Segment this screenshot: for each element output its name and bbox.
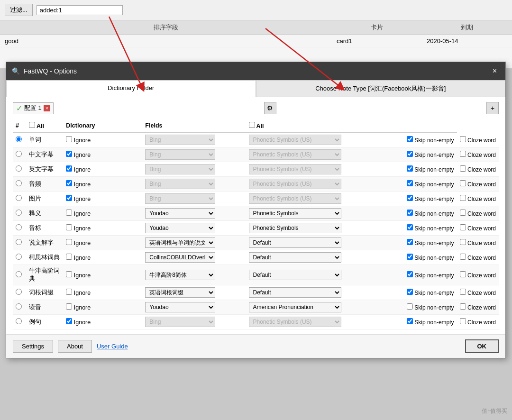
- dict-select-1[interactable]: Bing: [145, 149, 215, 160]
- skip-cb-12[interactable]: [407, 318, 413, 324]
- skip-cb-5[interactable]: [407, 210, 413, 216]
- row-radio-11[interactable]: [16, 303, 22, 310]
- tab-dictionary-folder[interactable]: Dictionary Folder: [6, 80, 256, 97]
- cloze-cb-2[interactable]: [460, 165, 466, 172]
- td-field-8[interactable]: Default: [246, 250, 344, 265]
- td-dict-12[interactable]: Bing: [142, 315, 246, 329]
- row-radio-1[interactable]: [16, 151, 22, 157]
- td-dict-6[interactable]: Youdao: [142, 221, 246, 236]
- field-select-1[interactable]: Phonetic Symbols (US): [249, 149, 341, 160]
- user-guide-link[interactable]: User Guide: [97, 343, 128, 350]
- row-radio-9[interactable]: [16, 271, 22, 277]
- row-radio-0[interactable]: [16, 136, 22, 142]
- tab-choose-note-type[interactable]: Choose Note Type [词汇(Facebook风格)一影音]: [256, 80, 506, 97]
- dict-select-8[interactable]: CollinsCOBUILDOverhaul: [145, 252, 215, 263]
- filter-button[interactable]: 过滤...: [5, 4, 33, 16]
- cloze-cb-6[interactable]: [460, 224, 466, 230]
- ignore-cb-11[interactable]: [66, 303, 72, 310]
- ignore-cb-9[interactable]: [66, 271, 72, 277]
- ignore-cb-5[interactable]: [66, 210, 72, 216]
- skip-cb-7[interactable]: [407, 239, 413, 245]
- td-field-4[interactable]: Phonetic Symbols (US): [246, 192, 344, 206]
- cloze-cb-12[interactable]: [460, 318, 466, 324]
- field-select-11[interactable]: American Pronunciation: [249, 302, 341, 312]
- skip-cb-11[interactable]: [407, 303, 413, 310]
- field-select-9[interactable]: Default: [249, 270, 341, 280]
- ignore-cb-3[interactable]: [66, 180, 72, 186]
- skip-cb-9[interactable]: [407, 271, 413, 277]
- settings-button[interactable]: Settings: [13, 340, 53, 353]
- td-dict-7[interactable]: 英语词根与单词的说文解字: [142, 236, 246, 250]
- cloze-cb-4[interactable]: [460, 195, 466, 201]
- skip-cb-3[interactable]: [407, 180, 413, 186]
- field-select-6[interactable]: Phonetic Symbols: [249, 223, 341, 233]
- field-select-12[interactable]: Phonetic Symbols (US): [249, 317, 341, 327]
- dict-select-5[interactable]: Youdao: [145, 208, 215, 219]
- dict-select-6[interactable]: Youdao: [145, 223, 215, 233]
- ignore-cb-12[interactable]: [66, 318, 72, 324]
- td-field-12[interactable]: Phonetic Symbols (US): [246, 315, 344, 329]
- ignore-cb-7[interactable]: [66, 239, 72, 245]
- dict-select-11[interactable]: Youdao: [145, 302, 215, 312]
- td-dict-3[interactable]: Bing: [142, 177, 246, 192]
- ignore-cb-0[interactable]: [66, 136, 72, 142]
- cloze-cb-9[interactable]: [460, 271, 466, 277]
- dict-select-4[interactable]: Bing: [145, 193, 215, 204]
- row-radio-8[interactable]: [16, 254, 22, 260]
- all-ignore-checkbox[interactable]: [29, 122, 35, 128]
- dict-select-9[interactable]: 牛津高阶8简体: [145, 270, 215, 280]
- dict-select-2[interactable]: Bing: [145, 164, 215, 174]
- field-select-0[interactable]: Phonetic Symbols (US): [249, 135, 341, 145]
- row-radio-12[interactable]: [16, 318, 22, 324]
- cloze-cb-11[interactable]: [460, 303, 466, 310]
- field-select-5[interactable]: Phonetic Symbols: [249, 208, 341, 219]
- td-dict-4[interactable]: Bing: [142, 192, 246, 206]
- td-field-11[interactable]: American Pronunciation: [246, 300, 344, 315]
- td-field-9[interactable]: Default: [246, 265, 344, 285]
- td-dict-2[interactable]: Bing: [142, 162, 246, 177]
- about-button[interactable]: About: [58, 340, 92, 353]
- dict-select-10[interactable]: 英语词根词缀: [145, 287, 215, 298]
- td-field-2[interactable]: Phonetic Symbols (US): [246, 162, 344, 177]
- skip-cb-0[interactable]: [407, 136, 413, 142]
- field-select-8[interactable]: Default: [249, 252, 341, 263]
- cloze-cb-5[interactable]: [460, 210, 466, 216]
- td-field-3[interactable]: Phonetic Symbols (US): [246, 177, 344, 192]
- cloze-cb-3[interactable]: [460, 180, 466, 186]
- td-field-1[interactable]: Phonetic Symbols (US): [246, 147, 344, 162]
- field-select-2[interactable]: Phonetic Symbols (US): [249, 164, 341, 174]
- td-dict-9[interactable]: 牛津高阶8简体: [142, 265, 246, 285]
- skip-cb-8[interactable]: [407, 254, 413, 260]
- td-dict-0[interactable]: Bing: [142, 133, 246, 147]
- row-radio-4[interactable]: [16, 195, 22, 201]
- ignore-cb-10[interactable]: [66, 289, 72, 295]
- td-field-0[interactable]: Phonetic Symbols (US): [246, 133, 344, 147]
- close-button[interactable]: ×: [490, 66, 500, 76]
- dict-select-3[interactable]: Bing: [145, 179, 215, 189]
- skip-cb-10[interactable]: [407, 289, 413, 295]
- dict-select-7[interactable]: 英语词根与单词的说文解字: [145, 237, 215, 248]
- cloze-cb-0[interactable]: [460, 136, 466, 142]
- field-select-10[interactable]: Default: [249, 287, 341, 298]
- row-radio-5[interactable]: [16, 210, 22, 216]
- row-radio-2[interactable]: [16, 165, 22, 172]
- ignore-cb-2[interactable]: [66, 165, 72, 172]
- row-radio-10[interactable]: [16, 289, 22, 295]
- td-field-5[interactable]: Phonetic Symbols: [246, 206, 344, 221]
- cloze-cb-1[interactable]: [460, 151, 466, 157]
- cloze-cb-8[interactable]: [460, 254, 466, 260]
- filter-input[interactable]: [37, 5, 123, 15]
- td-field-7[interactable]: Default: [246, 236, 344, 250]
- ignore-cb-1[interactable]: [66, 151, 72, 157]
- td-dict-10[interactable]: 英语词根词缀: [142, 285, 246, 300]
- row-radio-7[interactable]: [16, 239, 22, 245]
- td-dict-8[interactable]: CollinsCOBUILDOverhaul: [142, 250, 246, 265]
- row-radio-3[interactable]: [16, 180, 22, 186]
- skip-cb-1[interactable]: [407, 151, 413, 157]
- skip-cb-4[interactable]: [407, 195, 413, 201]
- ignore-cb-6[interactable]: [66, 224, 72, 230]
- td-field-6[interactable]: Phonetic Symbols: [246, 221, 344, 236]
- cloze-cb-10[interactable]: [460, 289, 466, 295]
- all-skip-checkbox[interactable]: [249, 122, 255, 128]
- td-dict-11[interactable]: Youdao: [142, 300, 246, 315]
